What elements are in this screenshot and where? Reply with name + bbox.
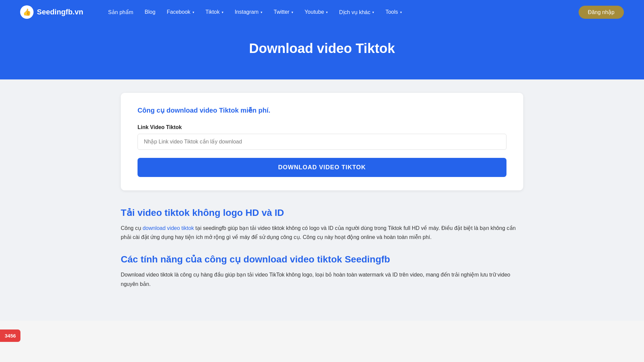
video-link-input[interactable] bbox=[138, 134, 506, 150]
brand-icon: 👍 bbox=[20, 5, 34, 19]
chevron-down-icon: ▾ bbox=[193, 10, 194, 14]
login-button[interactable]: Đăng nhập bbox=[579, 6, 624, 19]
nav-item-instagram[interactable]: Instagram ▾ bbox=[230, 6, 267, 18]
page-title: Download video Tiktok bbox=[7, 41, 637, 56]
article-heading-2: Các tính năng của công cụ download video… bbox=[121, 254, 523, 265]
nav-item-youtube[interactable]: Youtube ▾ bbox=[300, 6, 332, 18]
nav-item-blog[interactable]: Blog bbox=[140, 6, 160, 18]
nav-item-twitter[interactable]: Twitter ▾ bbox=[269, 6, 298, 18]
chevron-down-icon: ▾ bbox=[291, 10, 293, 14]
brand-icon-emoji: 👍 bbox=[23, 8, 31, 16]
hero-section: Download video Tiktok bbox=[0, 24, 644, 79]
article-section: Tải video tiktok không logo HD và ID Côn… bbox=[121, 207, 523, 289]
nav-item-tiktok[interactable]: Tiktok ▾ bbox=[201, 6, 228, 18]
nav-item-san-pham[interactable]: Sản phẩm bbox=[103, 6, 138, 18]
navbar-right: Đăng nhập bbox=[579, 6, 624, 19]
chevron-down-icon: ▾ bbox=[261, 10, 262, 14]
main-content: Công cụ download video Tiktok miễn phí. … bbox=[0, 79, 644, 321]
chevron-down-icon: ▾ bbox=[326, 10, 328, 14]
article-link-1[interactable]: download video tiktok bbox=[143, 225, 194, 231]
brand-name: Seedingfb.vn bbox=[37, 8, 83, 16]
nav-item-facebook[interactable]: Facebook ▾ bbox=[162, 6, 199, 18]
nav-item-tools[interactable]: Tools ▾ bbox=[381, 6, 406, 18]
card-subtitle: Công cụ download video Tiktok miễn phí. bbox=[138, 106, 506, 114]
brand-logo[interactable]: 👍 Seedingfb.vn bbox=[20, 5, 83, 19]
download-card: Công cụ download video Tiktok miễn phí. … bbox=[121, 93, 523, 190]
chevron-down-icon: ▾ bbox=[372, 10, 374, 14]
nav-item-dich-vu[interactable]: Dịch vụ khác ▾ bbox=[334, 6, 379, 18]
download-button[interactable]: DOWNLOAD VIDEO TIKTOK bbox=[138, 158, 506, 177]
chevron-down-icon: ▾ bbox=[222, 10, 223, 14]
link-label: Link Video Tiktok bbox=[138, 124, 506, 130]
article-heading-1: Tải video tiktok không logo HD và ID bbox=[121, 207, 523, 218]
nav-menu: Sản phẩm Blog Facebook ▾ Tiktok ▾ Instag… bbox=[103, 6, 578, 18]
chevron-down-icon: ▾ bbox=[400, 10, 402, 14]
navbar: 👍 Seedingfb.vn Sản phẩm Blog Facebook ▾ … bbox=[0, 0, 644, 24]
article-paragraph-1: Công cụ download video tiktok tại seedin… bbox=[121, 224, 523, 242]
article-paragraph-2: Download video tiktok là công cụ hàng đầ… bbox=[121, 270, 523, 288]
